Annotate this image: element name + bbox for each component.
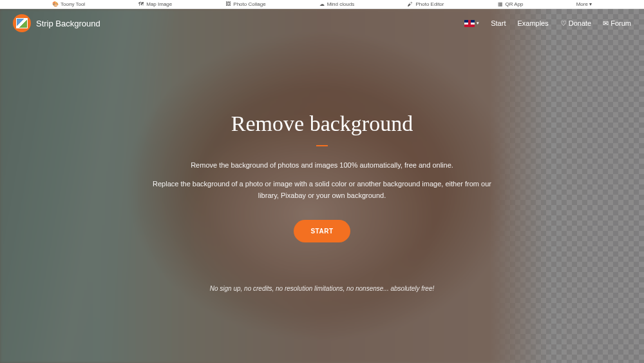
chevron-down-icon: ▾ <box>477 21 479 26</box>
hero-divider <box>316 145 328 146</box>
nav-start[interactable]: Start <box>491 19 506 27</box>
collage-icon: 🖼 <box>225 1 231 8</box>
language-selector[interactable]: ▾ <box>464 20 479 27</box>
toolbar-item-collage[interactable]: 🖼 Photo Collage <box>225 1 265 8</box>
toolbar-more[interactable]: More ▾ <box>576 1 592 7</box>
brush-icon: 🖌 <box>407 1 413 8</box>
start-button[interactable]: START <box>294 220 350 242</box>
forum-label: Forum <box>611 19 631 27</box>
brand[interactable]: Strip Background <box>13 14 100 32</box>
nav-right: ▾ Start Examples ♡ Donate ✉ Forum <box>464 19 631 28</box>
hero-description-1: Remove the background of photos and imag… <box>191 159 453 172</box>
hero-description-2: Replace the background of a photo or ima… <box>142 178 502 202</box>
nav-forum[interactable]: ✉ Forum <box>603 19 631 28</box>
hero-content: Remove background Remove the background … <box>0 37 644 242</box>
toony-icon: 🎨 <box>52 1 59 8</box>
hero-section: Strip Background ▾ Start Examples ♡ Dona… <box>0 9 644 363</box>
brand-icon <box>13 14 31 32</box>
toolbar-item-mindclouds[interactable]: ☁ Mind clouds <box>319 1 355 8</box>
chat-icon: ✉ <box>603 19 609 28</box>
top-toolbar: 🎨 Toony Tool 🗺 Map Image 🖼 Photo Collage… <box>0 0 644 9</box>
toolbar-item-photoeditor[interactable]: 🖌 Photo Editor <box>407 1 444 8</box>
toolbar-item-qr[interactable]: ▦ QR App <box>497 1 524 8</box>
toolbar-item-map[interactable]: 🗺 Map Image <box>138 1 172 8</box>
more-label: More <box>576 1 588 7</box>
toolbar-label: Map Image <box>146 1 172 7</box>
toolbar-label: Toony Tool <box>61 1 85 7</box>
header-nav: Strip Background ▾ Start Examples ♡ Dona… <box>0 9 644 37</box>
toolbar-item-toony[interactable]: 🎨 Toony Tool <box>52 1 85 8</box>
toolbar-label: Photo Collage <box>233 1 265 7</box>
qr-icon: ▦ <box>497 1 504 8</box>
nav-donate[interactable]: ♡ Donate <box>560 19 591 28</box>
heart-icon: ♡ <box>560 19 567 28</box>
map-icon: 🗺 <box>138 1 144 8</box>
nav-examples[interactable]: Examples <box>517 19 548 27</box>
brand-text: Strip Background <box>36 19 100 28</box>
cloud-icon: ☁ <box>319 1 325 8</box>
flag-uk-icon <box>464 20 475 27</box>
toolbar-label: Photo Editor <box>415 1 444 7</box>
hero-tagline: No sign up, no credits, no resolution li… <box>0 285 644 292</box>
toolbar-label: QR App <box>506 1 524 7</box>
toolbar-label: Mind clouds <box>327 1 355 7</box>
donate-label: Donate <box>569 19 591 27</box>
chevron-down-icon: ▾ <box>589 1 592 7</box>
hero-title: Remove background <box>231 112 413 136</box>
